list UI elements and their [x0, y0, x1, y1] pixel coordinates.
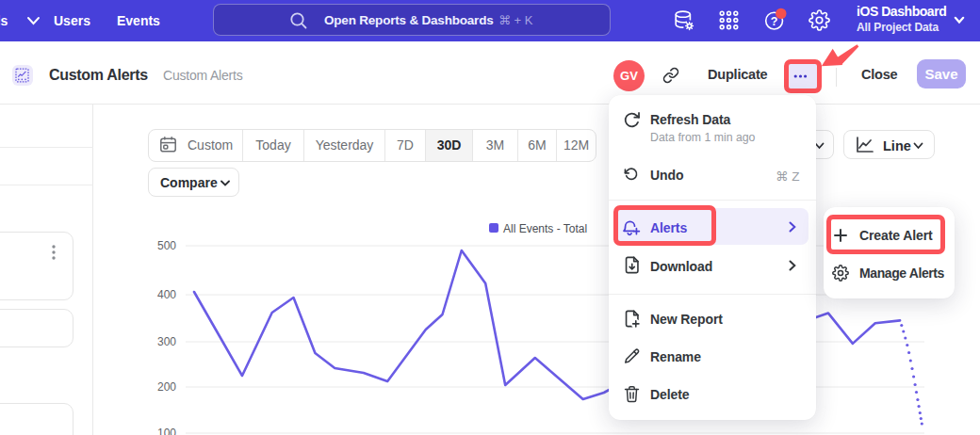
- svg-text:?: ?: [771, 15, 778, 28]
